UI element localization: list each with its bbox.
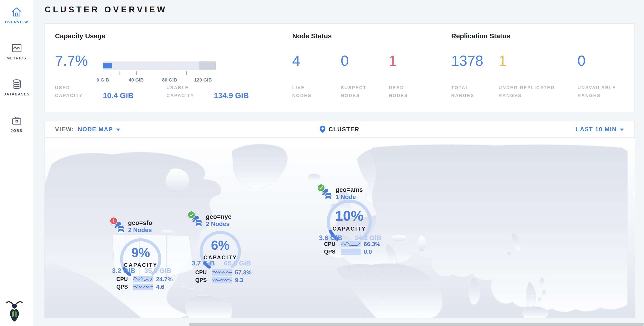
sidebar-item-label: DATABASES (0, 92, 33, 96)
chevron-down-icon (116, 129, 120, 131)
cluster-summary-panel: Capacity Usage 7.7% 0 GiB 40 GiB 80 GiB … (44, 23, 634, 112)
cpu-value: 57.3% (235, 269, 252, 276)
locality-marker-ams[interactable]: geo=ams 1 Node 10% CAPACITY 3.6 GiB 34.3… (317, 184, 387, 261)
map-pin-icon (320, 126, 326, 133)
sidebar-item-label: JOBS (0, 129, 33, 133)
qps-value: 9.3 (235, 277, 243, 284)
used-capacity-label: USEDCAPACITY (55, 84, 83, 100)
briefcase-icon (11, 115, 22, 127)
node-status-title: Node Status (292, 32, 332, 40)
qps-value: 4.6 (156, 284, 164, 290)
capacity-used-percent: 7.7% (55, 54, 88, 68)
capacity-gauge: 6% CAPACITY (198, 229, 243, 274)
used-capacity: 3.7 GiB (192, 259, 215, 267)
total-capacity: 65.6 GiB (224, 259, 251, 267)
used-capacity: 3.2 GiB (112, 267, 135, 274)
cpu-row: CPU 24.7% (116, 276, 173, 283)
gauge-capacity-label: CAPACITY (332, 226, 366, 232)
map-toolbar: VIEW: NODE MAP CLUSTER LAST 10 MIN (45, 121, 634, 138)
metrics-chart-icon (11, 42, 22, 54)
breadcrumb-cluster-label: CLUSTER (328, 126, 360, 133)
page-title: CLUSTER OVERVIEW (45, 5, 167, 14)
node-map-panel: VIEW: NODE MAP CLUSTER LAST 10 MIN (44, 121, 634, 318)
cockroachdb-logo (6, 299, 23, 322)
live-nodes-label: LIVENODES (292, 84, 312, 100)
home-icon (11, 6, 22, 18)
under-replicated-ranges-label: UNDER-REPLICATEDRANGES (498, 84, 555, 100)
usable-capacity-label: USABLECAPACITY (166, 84, 194, 100)
gauge-percent: 9% (132, 246, 150, 259)
capacity-gauge: 9% CAPACITY (118, 236, 163, 281)
sidebar-item-jobs[interactable]: JOBS (0, 115, 33, 133)
axis-tick-label: 80 GiB (162, 77, 177, 83)
cpu-sparkline (341, 241, 360, 247)
usable-capacity-value: 134.9 GiB (214, 91, 249, 100)
live-nodes-count: 4 (292, 54, 300, 68)
qps-sparkline (341, 249, 360, 255)
cpu-sparkline (212, 269, 232, 276)
qps-row: QPS 0.0 (324, 248, 372, 255)
check-icon (190, 213, 194, 216)
view-mode-value: NODE MAP (78, 126, 113, 133)
sidebar-item-overview[interactable]: OVERVIEW (0, 6, 33, 24)
used-capacity-value: 10.4 GiB (103, 91, 134, 100)
capacity-axis-ticks (103, 71, 203, 75)
qps-value: 0.0 (364, 248, 372, 255)
suspect-nodes-label: SUSPECTNODES (341, 84, 366, 100)
cpu-sparkline (133, 276, 153, 282)
total-ranges-label: TOTALRANGES (451, 84, 474, 100)
time-range-dropdown[interactable]: LAST 10 MIN (576, 121, 624, 138)
world-map: 1 geo=sfo 2 Nodes (45, 138, 635, 318)
axis-tick-label: 0 GiB (97, 77, 109, 83)
gauge-percent: 10% (335, 209, 364, 223)
cpu-row: CPU 57.3% (195, 269, 252, 276)
locality-node-count[interactable]: 2 Nodes (128, 227, 152, 234)
total-ranges-count: 1378 (451, 54, 483, 68)
locality-node-count[interactable]: 2 Nodes (206, 221, 230, 228)
replication-status-title: Replication Status (451, 32, 510, 40)
capacity-bar-used (103, 63, 112, 68)
qps-row: QPS 4.6 (116, 284, 164, 290)
unavailable-ranges-label: UNAVAILABLERANGES (578, 84, 616, 100)
dead-node-badge: 1 (110, 217, 118, 225)
horizontal-scrollbar[interactable] (189, 323, 644, 326)
sidebar-item-label: OVERVIEW (0, 20, 33, 24)
cpu-value: 66.3% (364, 241, 380, 248)
chevron-down-icon (620, 129, 624, 131)
sidebar: OVERVIEW METRICS DATABASES JOBS (0, 0, 33, 326)
locality-marker-nyc[interactable]: geo=nyc 2 Nodes 6% CAPACITY 3.7 GiB 65.6… (188, 211, 257, 288)
qps-sparkline (212, 277, 232, 283)
view-mode-dropdown[interactable]: NODE MAP (78, 126, 120, 133)
total-capacity: 35.0 GiB (144, 267, 171, 274)
healthy-check-badge (317, 184, 325, 192)
locality-breadcrumb[interactable]: CLUSTER (320, 121, 360, 138)
axis-tick-label: 120 GiB (194, 77, 212, 83)
dead-nodes-count: 1 (389, 54, 397, 68)
capacity-bar-reserved (199, 61, 216, 70)
database-icon (11, 78, 22, 90)
capacity-usage-title: Capacity Usage (55, 32, 105, 40)
healthy-check-badge (188, 211, 196, 219)
locality-name: geo=nyc (206, 213, 232, 220)
time-range-value: LAST 10 MIN (576, 126, 617, 133)
check-icon (319, 186, 323, 189)
cpu-row: CPU 66.3% (324, 241, 380, 247)
capacity-bar (103, 61, 216, 70)
gauge-percent: 6% (211, 239, 230, 252)
locality-name: geo=ams (336, 186, 363, 193)
used-capacity: 3.6 GiB (319, 234, 342, 242)
unavailable-ranges-count: 0 (578, 54, 586, 68)
locality-marker-sfo[interactable]: 1 geo=sfo 2 Nodes (110, 217, 180, 295)
dead-nodes-label: DEADNODES (389, 84, 408, 100)
sidebar-item-databases[interactable]: DATABASES (0, 78, 33, 96)
sidebar-item-metrics[interactable]: METRICS (0, 42, 33, 60)
cpu-value: 24.7% (156, 276, 173, 283)
qps-row: QPS 9.3 (195, 277, 243, 284)
locality-name: geo=sfo (128, 219, 152, 226)
view-label: VIEW: (55, 126, 74, 133)
cluster-overview-page: OVERVIEW METRICS DATABASES JOBS (0, 0, 644, 326)
under-replicated-ranges-count: 1 (498, 54, 507, 68)
suspect-nodes-count: 0 (341, 54, 349, 68)
sidebar-item-label: METRICS (0, 56, 33, 60)
qps-sparkline (133, 284, 153, 290)
